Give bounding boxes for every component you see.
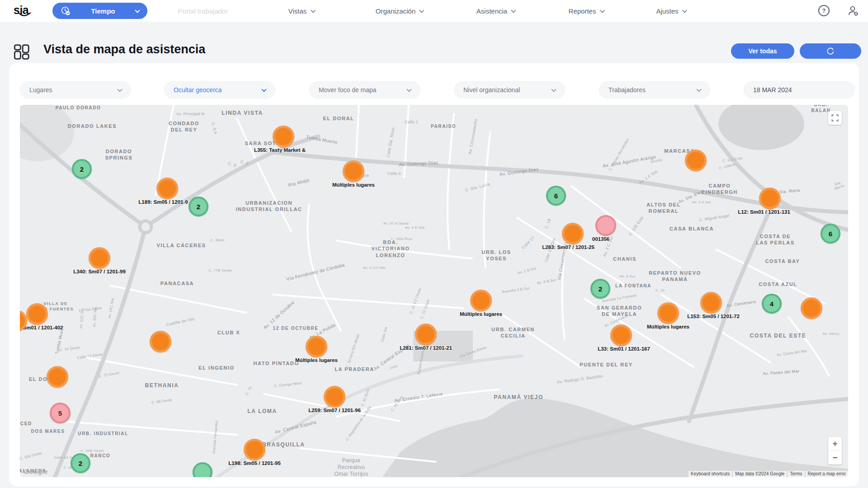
map-marker-cluster[interactable]: 2 <box>71 453 90 473</box>
map-marker-place[interactable] <box>685 150 707 171</box>
chevron-down-icon <box>117 87 122 92</box>
nav-item-ajustes[interactable]: Ajustes <box>656 0 686 22</box>
filter-label: Trabajadores <box>609 86 697 94</box>
user-gear-icon <box>847 5 859 17</box>
clock-check-icon <box>61 6 71 16</box>
nav-item-label: Reportes <box>569 7 596 15</box>
map-marker-place[interactable] <box>47 366 68 388</box>
chevron-down-icon <box>600 8 605 13</box>
filter-label: Nivel organizacional <box>463 86 552 94</box>
map-card: LugaresOcultar geocercaMover foco de map… <box>9 63 859 486</box>
map-marker-place[interactable] <box>244 439 265 460</box>
map-marker-cluster[interactable]: 2 <box>590 279 610 299</box>
nav-item-label: Asistencia <box>476 7 507 15</box>
question-icon: ? <box>818 5 830 16</box>
filter-label: Ocultar geocerca <box>174 86 262 94</box>
refresh-button[interactable] <box>800 43 861 59</box>
page-title: Vista de mapa de asistencia <box>43 42 205 56</box>
zoom-control: + − <box>828 437 842 465</box>
filter-trabajadores[interactable]: Trabajadores <box>599 81 710 99</box>
map-marker-place[interactable] <box>273 126 294 147</box>
google-logo[interactable]: Google <box>24 468 48 475</box>
nav-item-label: Portal trabajador <box>178 7 228 15</box>
chevron-down-icon <box>261 87 266 92</box>
chevron-down-icon <box>311 8 316 13</box>
filter-label: Mover foco de mapa <box>319 86 407 94</box>
dashboard-grid-icon <box>14 43 31 62</box>
help-button[interactable]: ? <box>818 5 830 17</box>
map-marker-place[interactable] <box>306 336 327 357</box>
date-filter[interactable]: 18 MAR 2024 <box>744 81 855 99</box>
chevron-down-icon <box>135 8 140 13</box>
ver-todas-label: Ver todas <box>748 47 777 55</box>
sia-logo: sia. <box>14 4 32 17</box>
zoom-out-button[interactable]: − <box>828 451 842 465</box>
map-marker-place[interactable] <box>700 292 722 314</box>
attribution-report-a-map-error[interactable]: Report a map error <box>806 471 848 477</box>
map-marker-place[interactable] <box>610 324 632 346</box>
module-switcher-tiempo[interactable]: Tiempo <box>52 3 147 19</box>
refresh-icon <box>826 47 835 56</box>
filter-mover-foco-de-mapa[interactable]: Mover foco de mapa <box>309 81 420 99</box>
fullscreen-button[interactable] <box>828 111 842 125</box>
map-marker-place[interactable] <box>26 303 48 325</box>
map-marker-alert[interactable]: 5 <box>50 403 71 423</box>
attribution-map-data-2024-google[interactable]: Map data ©2024 Google <box>733 471 787 477</box>
ver-todas-button[interactable]: Ver todas <box>731 43 794 59</box>
filter-ocultar-geocerca[interactable]: Ocultar geocerca <box>164 81 275 99</box>
nav-item-organizaci-n[interactable]: Organización <box>376 0 424 22</box>
map-marker-cluster[interactable]: 4 <box>762 294 782 314</box>
filter-nivel-organizacional[interactable]: Nivel organizacional <box>454 81 565 99</box>
filter-lugares[interactable]: Lugares <box>20 81 131 99</box>
map-marker-cluster[interactable]: 2 <box>72 159 92 179</box>
chevron-down-icon <box>696 87 701 92</box>
nav-item-asistencia[interactable]: Asistencia <box>476 0 515 22</box>
map-marker-cluster[interactable]: 6 <box>821 224 840 244</box>
chevron-down-icon <box>511 8 516 13</box>
chevron-down-icon <box>420 8 425 13</box>
map-canvas[interactable]: + − Google Keyboard shortcutsMap data ©2… <box>20 105 848 477</box>
filter-label: Lugares <box>29 86 118 94</box>
map-marker-place[interactable] <box>562 223 584 244</box>
zoom-in-button[interactable]: + <box>828 437 842 450</box>
map-marker-place[interactable] <box>415 324 437 345</box>
map-marker-place[interactable] <box>156 178 178 199</box>
map-marker-cluster[interactable]: 6 <box>546 186 566 206</box>
map-marker-place[interactable] <box>801 297 822 319</box>
map-marker-place[interactable] <box>150 331 171 352</box>
attribution-keyboard-shortcuts[interactable]: Keyboard shortcuts <box>689 471 732 477</box>
map-marker-place[interactable] <box>324 386 345 408</box>
logo-swoosh-icon <box>19 13 30 17</box>
user-settings-button[interactable] <box>847 5 859 17</box>
chevron-down-icon <box>682 8 687 13</box>
filter-label: 18 MAR 2024 <box>753 86 845 94</box>
map-marker-alert[interactable] <box>595 215 616 236</box>
map-marker-cluster[interactable]: 2 <box>189 197 208 216</box>
map-marker-place[interactable] <box>470 290 492 311</box>
top-nav: sia. Tiempo Portal trabajadorVistasOrgan… <box>0 0 868 22</box>
module-label: Tiempo <box>71 7 136 15</box>
map-base-tiles <box>20 105 848 477</box>
nav-item-vistas[interactable]: Vistas <box>288 0 315 22</box>
chevron-down-icon <box>551 87 556 92</box>
chevron-down-icon <box>406 87 411 92</box>
nav-item-portal-trabajador: Portal trabajador <box>178 0 228 22</box>
nav-item-label: Organización <box>376 7 415 15</box>
nav-item-label: Ajustes <box>656 7 678 15</box>
map-marker-place[interactable] <box>759 188 781 209</box>
attribution-terms[interactable]: Terms <box>788 471 804 477</box>
nav-item-label: Vistas <box>288 7 307 15</box>
nav-item-reportes[interactable]: Reportes <box>569 0 604 22</box>
map-marker-place[interactable] <box>343 160 364 182</box>
map-attribution: Keyboard shortcutsMap data ©2024 GoogleT… <box>689 471 848 477</box>
fullscreen-icon <box>831 114 839 122</box>
map-marker-place[interactable] <box>89 247 110 269</box>
map-marker-place[interactable] <box>657 302 679 324</box>
